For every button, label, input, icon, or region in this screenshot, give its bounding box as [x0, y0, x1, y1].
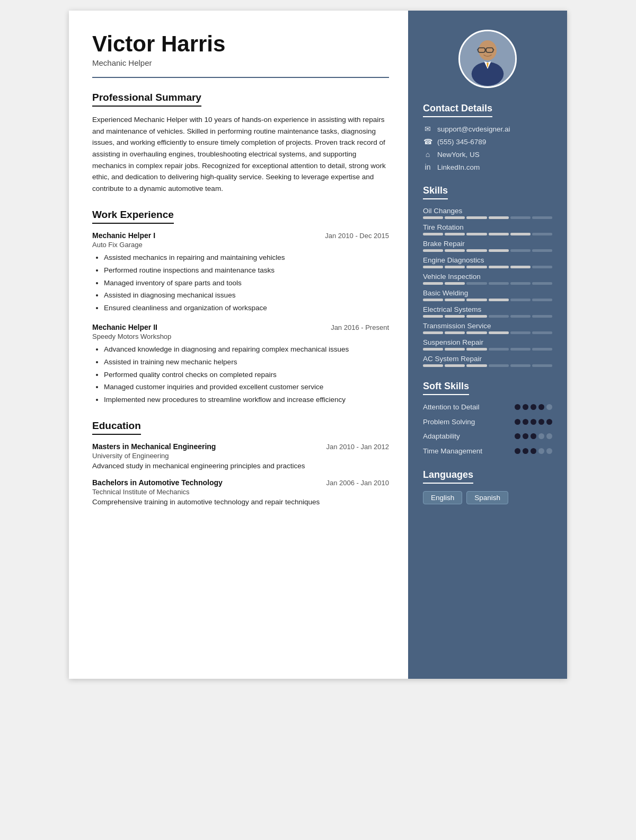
soft-skills-heading: Soft Skills [423, 381, 469, 395]
edu-title-2: Bachelors in Automotive Technology [92, 478, 223, 487]
skill-item: Oil Changes [423, 207, 552, 219]
languages-heading: Languages [423, 469, 473, 484]
language-tag: Spanish [466, 491, 508, 504]
skill-item: AC System Repair [423, 355, 552, 367]
skill-bar [423, 266, 552, 268]
dot [515, 419, 520, 425]
linkedin-icon: in [423, 163, 432, 171]
avatar-wrap [423, 30, 552, 88]
bullet: Managed inventory of spare parts and too… [104, 277, 389, 289]
summary-section: Professional Summary Experienced Mechani… [92, 92, 389, 194]
education-heading: Education [92, 420, 141, 435]
work-experience-section: Work Experience Mechanic Helper I Jan 20… [92, 209, 389, 405]
bullet: Assisted in training new mechanic helper… [104, 356, 389, 368]
job-header-2: Mechanic Helper II Jan 2016 - Present [92, 323, 389, 331]
skill-bar [423, 233, 552, 235]
skill-item: Engine Diagnostics [423, 256, 552, 268]
bullet: Managed customer inquiries and provided … [104, 381, 389, 393]
soft-skill-name: Time Management [423, 447, 482, 456]
avatar [458, 30, 517, 88]
summary-heading: Professional Summary [92, 92, 201, 107]
dot [523, 404, 528, 410]
language-tags: EnglishSpanish [423, 491, 552, 504]
soft-skill-dots [515, 419, 552, 425]
skill-name: Vehicle Inspection [423, 273, 552, 281]
soft-skills-section: Soft Skills Attention to DetailProblem S… [423, 381, 552, 456]
resume-container: Victor Harris Mechanic Helper Profession… [69, 11, 567, 679]
soft-skills-list: Attention to DetailProblem SolvingAdapta… [423, 402, 552, 456]
skill-bar [423, 331, 552, 334]
job-bullets-1: Assisted mechanics in repairing and main… [92, 252, 389, 313]
edu-header-2: Bachelors in Automotive Technology Jan 2… [92, 478, 389, 487]
skill-bar [423, 216, 552, 219]
work-experience-heading: Work Experience [92, 209, 174, 224]
svg-point-1 [479, 40, 497, 60]
skill-name: Basic Welding [423, 289, 552, 297]
education-section: Education Masters in Mechanical Engineer… [92, 420, 389, 506]
skill-item: Tire Rotation [423, 223, 552, 235]
bullet: Performed routine inspections and mainte… [104, 265, 389, 276]
job-company-1: Auto Fix Garage [92, 241, 389, 249]
summary-text: Experienced Mechanic Helper with 10 year… [92, 114, 389, 194]
job-dates-1: Jan 2010 - Dec 2015 [325, 232, 389, 240]
degree-entry-2: Bachelors in Automotive Technology Jan 2… [92, 478, 389, 506]
job-company-2: Speedy Motors Workshop [92, 332, 389, 340]
edu-dates-1: Jan 2010 - Jan 2012 [326, 443, 389, 451]
skills-heading: Skills [423, 185, 448, 199]
skill-item: Basic Welding [423, 289, 552, 301]
dot [546, 448, 552, 454]
soft-skill-name: Attention to Detail [423, 402, 480, 412]
bullet: Ensured cleanliness and organization of … [104, 302, 389, 314]
soft-skill-name: Problem Solving [423, 417, 475, 427]
soft-skill-dots [515, 433, 552, 439]
header-divider [92, 77, 389, 78]
job-title-2: Mechanic Helper II [92, 323, 157, 331]
bullet: Assisted mechanics in repairing and main… [104, 252, 389, 264]
right-column: Contact Details ✉ support@cvdesigner.ai … [408, 11, 567, 679]
edu-desc-1: Advanced study in mechanical engineering… [92, 462, 389, 470]
dot [531, 448, 536, 454]
dot [515, 433, 520, 439]
email-icon: ✉ [423, 125, 432, 133]
edu-school-1: University of Engineering [92, 452, 389, 460]
soft-skill-item: Time Management [423, 447, 552, 456]
contact-section: Contact Details ✉ support@cvdesigner.ai … [423, 103, 552, 171]
dot [538, 419, 544, 425]
bullet: Assisted in diagnosing mechanical issues [104, 290, 389, 301]
dot [546, 404, 552, 410]
dot [531, 404, 536, 410]
skill-item: Vehicle Inspection [423, 273, 552, 285]
edu-school-2: Technical Institute of Mechanics [92, 488, 389, 496]
dot [538, 448, 544, 454]
language-tag: English [423, 491, 462, 504]
soft-skill-dots [515, 404, 552, 410]
soft-skill-dots [515, 448, 552, 454]
dot [523, 419, 528, 425]
contact-linkedin: in LinkedIn.com [423, 163, 552, 171]
soft-skill-item: Attention to Detail [423, 402, 552, 412]
left-column: Victor Harris Mechanic Helper Profession… [69, 11, 408, 679]
skills-section: Skills Oil ChangesTire RotationBrake Rep… [423, 185, 552, 367]
job-title: Mechanic Helper [92, 58, 389, 67]
dot [538, 433, 544, 439]
skill-item: Electrical Systems [423, 305, 552, 318]
contact-heading: Contact Details [423, 103, 492, 117]
dot [523, 433, 528, 439]
edu-header-1: Masters in Mechanical Engineering Jan 20… [92, 442, 389, 451]
name: Victor Harris [92, 32, 389, 56]
skill-bar [423, 299, 552, 301]
dot [546, 433, 552, 439]
skill-name: Tire Rotation [423, 223, 552, 231]
skill-bar [423, 315, 552, 318]
job-entry-2: Mechanic Helper II Jan 2016 - Present Sp… [92, 323, 389, 405]
skill-bar [423, 249, 552, 252]
dot [546, 419, 552, 425]
skill-name: Suspension Repair [423, 338, 552, 346]
skill-name: Oil Changes [423, 207, 552, 215]
edu-title-1: Masters in Mechanical Engineering [92, 442, 216, 451]
skill-item: Transmission Service [423, 322, 552, 334]
skill-item: Brake Repair [423, 240, 552, 252]
dot [531, 433, 536, 439]
dot [515, 404, 520, 410]
contact-phone: ☎ (555) 345-6789 [423, 137, 552, 146]
